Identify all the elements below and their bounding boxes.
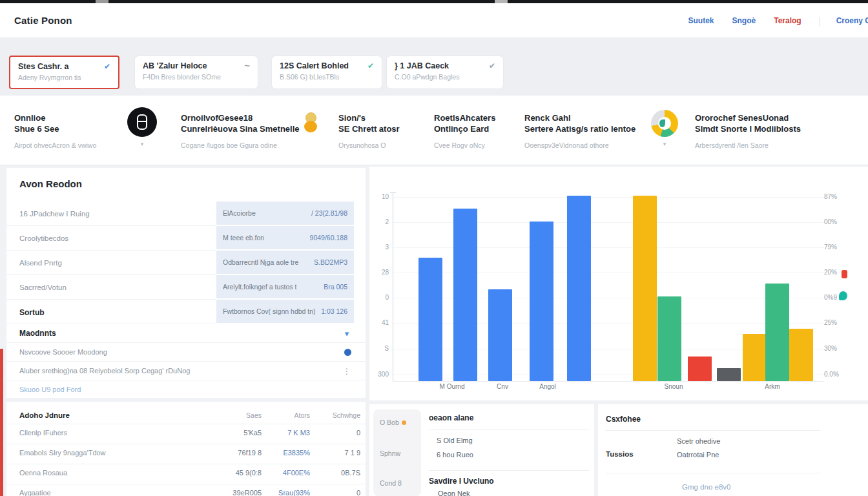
stat-card-subtitle: F4Dn Bres blonder SOme [143,73,250,81]
feature-subtitle: Ooenspv3eVidnonad othore [524,141,636,149]
stat-card-status-icon [104,63,110,70]
summary-row: 16 JPadchew I Ruing ElAcoiorbe / 23(2.81… [6,202,366,226]
side-tab[interactable]: Cond 8 [380,479,402,487]
y2-axis-tick-label: 0%9 [824,294,837,301]
divider [429,429,589,429]
lock-badge-icon [127,107,157,137]
feature-title-line2: Shue 6 See [14,124,59,134]
feature-item[interactable]: Sion/'s SE Chrett atosr Orysunohosa O [338,112,400,149]
feature-title: Onnlioe Shue 6 See [14,112,96,134]
action-row[interactable]: Skuoo U9 pod Ford [6,380,366,398]
table-cell-ators-link[interactable]: E3835% [252,449,310,457]
side-tabs: O Bob Sphnw Cond 8 [373,409,421,496]
stat-card-title: 12S Calert Bohled [280,61,349,70]
stat-card-status-icon [367,62,374,70]
chart-bar [453,209,477,381]
feature-title-line1: Sion/'s [338,113,366,123]
summary-row: Croolytibecdos M teee eb.fon 9049/60.188 [6,226,366,251]
y-axis-tick-label: 10 [369,193,389,200]
table-row: Emabols Slry 9nagga'Tdow 76f19 8 E3835% … [6,444,366,464]
profile-badge-icon: ▾ [127,107,157,147]
summary-row-field[interactable]: M teee eb.fon 9049/60.188 [216,226,354,251]
side-tab[interactable]: Sphnw [380,450,400,457]
summary-row-field[interactable]: ElAcoiorbe / 23(2.81/98 [216,202,354,226]
chart-gridline [393,197,824,198]
bar-chart-panel: 102328041S300 87%00%79%20%0%925%30%0.0% … [369,167,868,400]
action-row[interactable]: Aluber srethiog)na 08 Reiyobeiol Sorp Ce… [6,361,366,380]
feature-item[interactable]: Renck Gahl Sertere Aatisg/s ratio lentoe… [524,112,636,149]
summary-row: Alsend Pnrtg Odbarrecntl Njga aole tre S… [6,251,366,275]
feature-title-line2: Slmdt Snorte I Modiiblosts [695,124,801,134]
feature-title-line1: OrnoilvofGesee18 [181,113,253,123]
chart-bar [688,356,712,381]
side-tab-label: O Bob [380,418,399,426]
table-row-name: Oenna Rosaua [19,469,67,477]
summary-row-field[interactable]: Odbarrecntl Njga aole tre S.BD2MP3 [216,251,354,275]
feature-item[interactable]: RoetlsAhcaters Ontlinço Eard Cvee Rogv o… [434,112,495,149]
chart-bar [657,296,681,381]
feature-subtitle: Arbersdyrentl /Ien Saore [695,141,801,149]
stat-card-status-icon [244,62,250,70]
divider [606,473,820,473]
action-row-label: Maodnnts [19,329,342,338]
chart-bar [717,368,741,381]
nav-link[interactable]: Teralog [774,16,801,25]
summary-row-value: S.BD2MP3 [314,258,347,266]
stat-cards-band: Stes Cashr. a Adeny Rvymgrron tis AB 'Za… [0,37,868,96]
feature-subtitle: Cvee Rogv oNcy [434,141,495,149]
feature-item[interactable]: OrnoilvofGesee18 Cunrelrièuova Sina Smet… [181,112,300,149]
y2-axis-tick-label: 30% [824,345,837,352]
stat-card-status-icon [489,62,495,70]
details-panel: O Bob Sphnw Cond 8 oeaon alane S Old Elm… [369,404,594,496]
action-row-icon[interactable] [342,327,351,339]
nav-link[interactable]: Suutek [688,16,714,25]
table-cell-ators-link[interactable]: Srau(93% [252,489,310,496]
checklist-link[interactable]: Gmg dno e8v0 [682,483,730,491]
features-band: Onnlioe Shue 6 See Airpot ohvecAcron & v… [0,96,868,165]
stat-card[interactable]: AB 'Zalur Heloce F4Dn Bres blonder SOme [134,56,258,89]
feature-item[interactable]: Onnlioe Shue 6 See Airpot ohvecAcron & v… [14,112,96,149]
summary-panel: Avon Reodon 16 JPadchew I Ruing ElAcoior… [6,168,366,398]
table-row: Oenna Rosaua 45 9(0:8 4F00E% 0B.7S [6,464,366,484]
feature-title: OrnoilvofGesee18 Cunrelrièuova Sina Smet… [181,112,300,134]
stat-card[interactable]: Stes Cashr. a Adeny Rvymgrron tis [9,56,119,89]
legend-marker-teal-icon [839,291,847,300]
nav-link[interactable]: Croeny Cuon [820,16,868,25]
nav-link[interactable]: Sngoè [732,16,756,25]
feature-title-line1: RoetlsAhcaters [434,113,495,123]
stat-card-title: AB 'Zalur Heloce [143,61,207,70]
feature-title: Ororochef SenesUonad Slmdt Snorte I Modi… [695,112,801,134]
x-axis-label: M Ournd [440,383,465,390]
stat-card[interactable]: } 1 JAB Caeck C.O0 aPwdgn Bagles [386,56,504,89]
left-accent-bar [0,349,3,496]
action-row[interactable]: Nsvcoove Soooer Moodong [6,342,366,361]
action-row[interactable]: Maodnnts [6,324,366,342]
stat-card-subtitle: B.S06 G) bLlesTBls [280,73,374,81]
table-row-name: Cllenlp IFuhers [19,429,67,437]
summary-row-sublabel: Areiylt.foikngef a tustos t [223,283,296,291]
summary-row-field[interactable]: Fwtbornos Cov( signn hdbd tn) 1:03 126 [216,300,354,324]
chart-bar [743,334,767,381]
summary-row-field[interactable]: Areiylt.foikngef a tustos t Bra 005 [216,275,354,300]
summary-row-label: Sacrred/Votun [6,275,216,300]
y-axis-tick-label: 0 [369,294,389,301]
stat-card[interactable]: 12S Calert Bohled B.S06 G) bLlesTBls [271,56,382,89]
feature-subtitle: Orysunohosa O [338,141,400,149]
feature-title: Renck Gahl Sertere Aatisg/s ratio lentoe [524,112,636,134]
table-cell-ators-link[interactable]: 7 K M3 [252,429,310,437]
action-row-icon[interactable] [344,349,351,356]
table-header-name: Adoho Jdnure [19,411,70,419]
summary-row: Sacrred/Votun Areiylt.foikngef a tustos … [6,275,366,300]
summary-row-value: / 23(2.81/98 [311,209,347,217]
page-title: Catie Ponon [14,15,72,26]
chart-bar [530,222,553,381]
feature-item[interactable]: Ororochef SenesUonad Slmdt Snorte I Modi… [695,112,801,149]
table-row-name: Emabols Slry 9nagga'Tdow [19,449,106,457]
chevron-down-icon: ▾ [127,141,157,147]
table-row: Aygaatioe 39eR005 Srau(93% 0 [6,484,366,496]
divider [429,470,589,471]
side-tab[interactable]: O Bob [380,418,406,426]
action-row-icon[interactable] [342,365,351,377]
chart-bar [418,258,442,381]
table-cell-ators-link[interactable]: 4F00E% [252,469,310,477]
